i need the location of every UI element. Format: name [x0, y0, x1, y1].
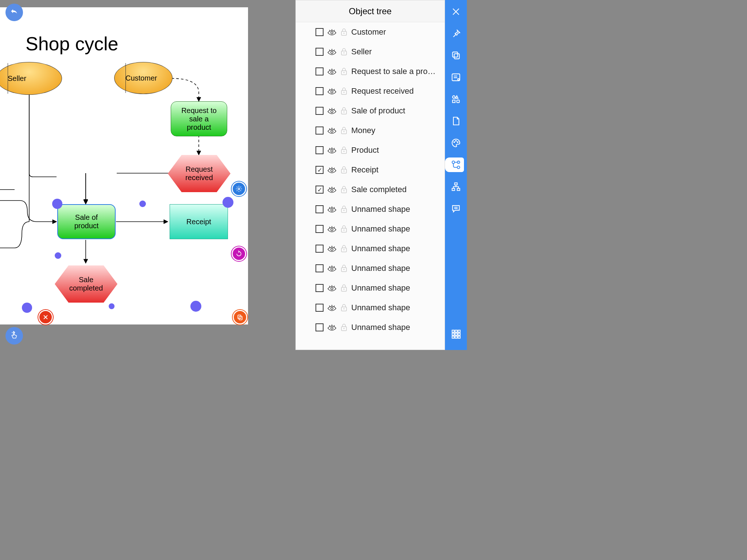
visibility-icon[interactable]	[327, 205, 337, 213]
tree-row[interactable]: Unnamed shape	[296, 278, 445, 298]
palette-button[interactable]	[449, 136, 463, 150]
checkbox[interactable]	[316, 225, 324, 233]
lock-icon[interactable]	[340, 106, 348, 115]
visibility-icon[interactable]	[327, 127, 337, 135]
visibility-icon[interactable]	[327, 67, 337, 75]
visibility-icon[interactable]	[327, 323, 337, 331]
tree-row[interactable]: Unnamed shape	[296, 239, 445, 258]
lock-icon[interactable]	[340, 264, 348, 273]
canvas[interactable]: Shop cycle	[0, 7, 248, 324]
object-tree-list[interactable]: CustomerSellerRequest to sale a pro…Requ…	[296, 22, 445, 350]
lock-icon[interactable]	[340, 47, 348, 56]
svg-rect-70	[458, 330, 460, 332]
touch-mode-button[interactable]	[5, 327, 23, 345]
checkbox[interactable]	[316, 107, 324, 115]
shape-sale-completed[interactable]: Sale completed	[55, 265, 117, 303]
visibility-icon[interactable]	[327, 284, 337, 292]
lock-icon[interactable]	[340, 67, 348, 76]
tree-row[interactable]: Sale of product	[296, 101, 445, 121]
checkbox[interactable]	[316, 87, 324, 95]
visibility-icon[interactable]	[327, 186, 337, 194]
shape-seller[interactable]: Seller	[0, 62, 62, 95]
lock-icon[interactable]	[340, 225, 348, 233]
selection-handle[interactable]	[55, 252, 61, 259]
lock-icon[interactable]	[340, 28, 348, 36]
shape-customer[interactable]: Customer	[114, 62, 173, 94]
tree-row[interactable]: Seller	[296, 42, 445, 62]
tree-row[interactable]: Receipt	[296, 160, 445, 180]
lock-icon[interactable]	[340, 185, 348, 194]
canvas-area[interactable]: Shop cycle	[0, 0, 295, 350]
lock-icon[interactable]	[340, 87, 348, 96]
tree-row[interactable]: Sale completed	[296, 180, 445, 199]
grid-button[interactable]	[449, 327, 463, 341]
selection-handle[interactable]	[109, 303, 115, 309]
visibility-icon[interactable]	[327, 48, 337, 56]
tree-row[interactable]: Unnamed shape	[296, 318, 445, 337]
comment-button[interactable]	[449, 201, 463, 216]
visibility-icon[interactable]	[327, 28, 337, 36]
checkbox[interactable]	[316, 186, 324, 194]
lock-icon[interactable]	[340, 166, 348, 174]
object-tree-button[interactable]: +	[445, 158, 464, 172]
visibility-icon[interactable]	[327, 304, 337, 312]
delete-button[interactable]	[38, 310, 53, 324]
properties-button[interactable]	[449, 70, 463, 85]
checkbox[interactable]	[316, 284, 324, 292]
undo-button[interactable]	[5, 4, 23, 21]
checkbox[interactable]	[316, 127, 324, 135]
checkbox[interactable]	[316, 245, 324, 253]
lock-icon[interactable]	[340, 205, 348, 214]
visibility-icon[interactable]	[327, 245, 337, 253]
shapes-button[interactable]	[449, 92, 463, 106]
tree-row[interactable]: Money	[296, 121, 445, 140]
close-panel-button[interactable]	[449, 4, 463, 19]
shape-sale-of-product[interactable]: Sale of product	[57, 204, 116, 239]
selection-handle[interactable]	[190, 301, 201, 312]
lock-icon[interactable]	[340, 303, 348, 312]
visibility-icon[interactable]	[327, 264, 337, 272]
checkbox[interactable]	[316, 67, 324, 75]
shape-request-sale[interactable]: Request to sale a product	[171, 101, 227, 136]
lock-icon[interactable]	[340, 323, 348, 332]
selection-handle[interactable]	[139, 201, 146, 207]
checkbox[interactable]	[316, 48, 324, 56]
checkbox[interactable]	[316, 146, 324, 154]
selection-handle[interactable]	[22, 303, 32, 313]
lock-icon[interactable]	[340, 244, 348, 253]
shape-request-received[interactable]: Request received	[168, 155, 231, 192]
visibility-icon[interactable]	[327, 87, 337, 95]
page-button[interactable]	[449, 114, 463, 128]
visibility-icon[interactable]	[327, 107, 337, 115]
visibility-icon[interactable]	[327, 146, 337, 154]
layers-button[interactable]	[449, 48, 463, 63]
checkbox[interactable]	[316, 205, 324, 213]
shape-settings-button[interactable]	[232, 182, 246, 196]
checkbox[interactable]	[316, 323, 324, 331]
tree-row[interactable]: Request to sale a pro…	[296, 62, 445, 81]
pin-button[interactable]	[449, 26, 463, 41]
checkbox[interactable]	[316, 166, 324, 174]
lock-icon[interactable]	[340, 146, 348, 155]
sitemap-button[interactable]	[449, 179, 463, 194]
duplicate-button[interactable]	[233, 310, 247, 324]
checkbox[interactable]	[316, 304, 324, 312]
tree-row[interactable]: Unnamed shape	[296, 199, 445, 219]
lock-icon[interactable]	[340, 284, 348, 292]
tree-row[interactable]: Customer	[296, 22, 445, 42]
visibility-icon[interactable]	[327, 166, 337, 174]
selection-handle[interactable]	[222, 197, 233, 208]
selection-handle[interactable]	[52, 199, 62, 209]
rotate-button[interactable]	[232, 246, 246, 261]
tree-row[interactable]: Unnamed shape	[296, 258, 445, 278]
checkbox[interactable]	[316, 28, 324, 36]
lock-icon[interactable]	[340, 126, 348, 135]
tree-row[interactable]: Product	[296, 140, 445, 160]
visibility-icon[interactable]	[327, 225, 337, 233]
svg-point-35	[344, 230, 345, 231]
tree-row[interactable]: Unnamed shape	[296, 219, 445, 239]
shape-receipt[interactable]: Receipt	[170, 204, 228, 239]
tree-row[interactable]: Request received	[296, 81, 445, 101]
tree-row[interactable]: Unnamed shape	[296, 298, 445, 318]
checkbox[interactable]	[316, 264, 324, 272]
